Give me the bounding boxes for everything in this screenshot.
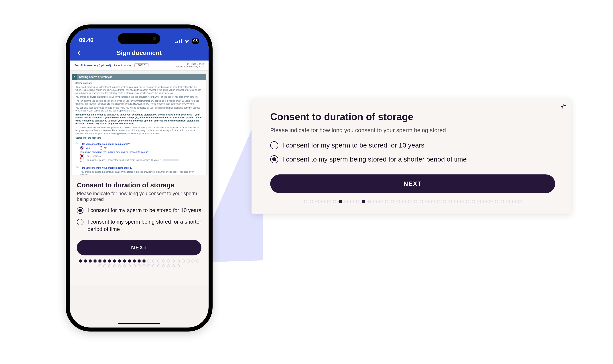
page-dot[interactable] [177,260,180,262]
page-dot[interactable] [108,264,111,267]
page-dot[interactable] [518,200,521,203]
page-dot[interactable] [113,264,116,267]
back-button[interactable] [76,50,82,56]
page-dot[interactable] [196,260,200,262]
page-dot[interactable] [356,200,360,203]
page-dot[interactable] [373,200,377,203]
page-dot[interactable] [93,260,97,262]
page-dot[interactable] [379,200,383,203]
page-dot[interactable] [368,200,371,203]
page-dot[interactable] [506,200,510,203]
page-dot[interactable] [133,264,136,267]
page-dot[interactable] [187,260,190,262]
page-dot[interactable] [344,200,348,203]
option-shorter-period[interactable]: I consent to my sperm being stored for a… [77,218,201,233]
page-dot[interactable] [128,260,131,262]
page-dot[interactable] [103,264,107,267]
page-dot[interactable] [172,264,175,267]
doc-paragraph: You can give your consent to storage on … [75,106,203,112]
option-label: I consent for my sperm to be stored for … [282,141,425,150]
page-dot[interactable] [304,200,307,203]
page-dot[interactable] [84,260,87,262]
page-dot[interactable] [321,200,325,203]
page-dot[interactable] [310,200,313,203]
page-dot[interactable] [152,264,155,267]
page-dot[interactable] [162,260,165,262]
page-dot[interactable] [147,260,150,262]
page-dot[interactable] [143,264,146,267]
page-dot[interactable] [339,200,342,203]
minimize-icon[interactable] [560,103,566,109]
page-dot[interactable] [327,200,331,203]
document-preview[interactable]: 4 Storing sperm or embryos Storage perio… [70,71,209,175]
page-dot[interactable] [483,200,487,203]
page-dot[interactable] [98,264,102,267]
page-dot[interactable] [315,200,319,203]
nav-bar: Sign document [70,45,209,61]
page-dot[interactable] [431,200,435,203]
page-dot[interactable] [385,200,388,203]
option-label: I consent to my sperm being stored for a… [282,155,467,164]
page-dot[interactable] [466,200,469,203]
question-index: 4.1 [75,142,80,145]
page-dot[interactable] [443,200,446,203]
page-dot[interactable] [79,260,82,262]
page-dot[interactable] [425,200,429,203]
page-dot[interactable] [414,200,417,203]
page-dot[interactable] [128,264,131,267]
page-dot[interactable] [157,260,160,262]
page-dot[interactable] [103,260,107,262]
page-dot[interactable] [162,264,165,267]
page-dot[interactable] [89,260,92,262]
page-dot[interactable] [449,200,452,203]
page-dot[interactable] [138,260,141,262]
page-dot[interactable] [402,200,406,203]
page-dot[interactable] [420,200,423,203]
page-dot[interactable] [472,200,475,203]
option-10-years[interactable]: I consent for my sperm to be stored for … [77,207,201,214]
option-shorter-period[interactable]: I consent to my sperm being stored for a… [270,155,555,164]
page-dot[interactable] [333,200,336,203]
next-button[interactable]: NEXT [270,174,555,193]
page-dot[interactable] [191,260,195,262]
page-dot[interactable] [501,200,504,203]
page-dot[interactable] [478,200,481,203]
page-dot[interactable] [138,264,141,267]
page-dot[interactable] [152,260,155,262]
page-dot[interactable] [396,200,400,203]
page-dot[interactable] [118,264,121,267]
phone-frame: 09.46 95 Sign document For clinic use on… [66,25,213,332]
page-dot[interactable] [167,260,170,262]
empty-checkbox [99,146,102,150]
page-dot[interactable] [108,260,111,262]
page-dot[interactable] [118,260,121,262]
page-dot[interactable] [123,260,126,262]
next-button[interactable]: NEXT [77,240,201,255]
page-dot[interactable] [147,264,150,267]
page-dot[interactable] [177,264,180,267]
page-dot[interactable] [143,260,146,262]
card-title: Consent to duration of storage [77,181,201,189]
page-dot[interactable] [460,200,464,203]
no-label: No [104,146,107,150]
page-dot[interactable] [113,260,116,262]
page-dot[interactable] [408,200,412,203]
phone-screen: 09.46 95 Sign document For clinic use on… [70,28,209,327]
card-subtitle: Please indicate for how long you consent… [270,127,555,134]
page-dot[interactable] [512,200,516,203]
page-dot[interactable] [437,200,440,203]
option-10-years[interactable]: I consent for my sperm to be stored for … [270,141,555,150]
page-dot[interactable] [157,264,160,267]
page-dot[interactable] [172,260,175,262]
page-dot[interactable] [495,200,498,203]
page-dot[interactable] [391,200,394,203]
page-dot[interactable] [123,264,126,267]
page-dot[interactable] [167,264,170,267]
page-dot[interactable] [489,200,493,203]
page-dot[interactable] [362,200,365,203]
page-dot[interactable] [454,200,458,203]
page-dot[interactable] [350,200,354,203]
page-dot[interactable] [98,260,102,262]
page-dot[interactable] [182,260,185,262]
page-dot[interactable] [133,260,136,262]
